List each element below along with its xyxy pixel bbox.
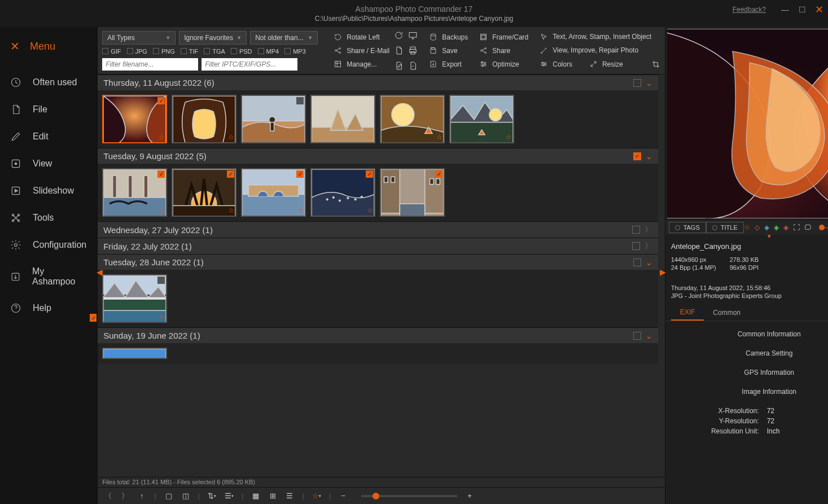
filter-mp4[interactable]: MP4 [258,48,279,55]
colors-button[interactable]: Colors [540,60,572,69]
thumb-check-icon[interactable]: ✓ [157,170,165,178]
group-checkbox[interactable] [632,242,640,250]
filter-tga[interactable]: TGA [204,48,225,55]
thumb-star-icon[interactable]: ☆ [159,207,165,214]
frame-card-button[interactable]: Frame/Card [479,33,528,41]
filter-mp3[interactable]: MP3 [284,48,306,55]
date-group-header[interactable]: Tuesday, 28 June 2022 (1)⌄ [98,254,658,270]
menu-item-my-ashampoo[interactable]: My Ashampoo [0,258,97,295]
group-checkbox[interactable] [633,332,641,340]
preview-shape3-icon[interactable]: ◈ [783,223,788,231]
menu-item-slideshow[interactable]: Slideshow [0,177,97,204]
preview-image[interactable] [667,29,828,218]
age-dropdown[interactable]: Not older than...▼ [250,31,318,45]
maximize-button[interactable]: ☐ [798,5,807,14]
new-doc-icon[interactable] [394,46,404,55]
thumb-star-icon[interactable]: ☆ [506,133,512,141]
filter-gif[interactable]: GIF [102,48,121,55]
menu-item-view[interactable]: View [0,150,97,177]
grid-small-icon[interactable]: ⊞ [268,492,277,501]
filter-tif[interactable]: TIF [181,48,199,55]
thumb-star-icon[interactable]: ☆ [297,207,304,214]
thumb-check-icon[interactable] [157,277,165,284]
monitor-icon[interactable] [408,30,418,40]
nav-next-icon[interactable]: 〉 [120,492,129,501]
group-chevron-icon[interactable]: ⌄ [646,78,652,87]
menu-item-help[interactable]: Help [0,295,97,322]
thumb-star-icon[interactable]: ☆ [367,207,373,214]
crop-icon[interactable] [651,60,660,69]
thumb-star-icon[interactable]: ☆ [228,133,234,141]
zoom-in-icon[interactable]: + [465,492,474,501]
thumbnail[interactable]: ✓☆ [172,168,236,217]
preview-zoom-slider[interactable] [819,227,828,229]
exif-tab[interactable]: EXIF [671,305,704,321]
thumb-star-icon[interactable]: ☆ [159,133,165,141]
menu-item-configuration[interactable]: Configuration [0,231,97,258]
thumbnail[interactable]: ✓☆ [380,168,445,217]
thumbnail[interactable]: ☆ [241,95,306,143]
filter-filename-input[interactable] [102,58,198,71]
export-button[interactable]: Export [429,60,468,68]
feedback-link[interactable]: Feedback? [733,6,766,14]
edit-doc-icon[interactable] [394,61,404,71]
filter-icon[interactable]: ☰▾ [225,492,234,501]
thumbnail[interactable]: ✓☆ [310,168,375,217]
thumbnail-gallery[interactable]: Thursday, 11 August 2022 (6)⌄✓☆☆☆☆☆☆Tues… [98,74,664,477]
thumb-check-icon[interactable]: ✓ [435,170,443,178]
preview-star-icon[interactable]: ☆ [744,223,750,231]
group-chevron-icon[interactable]: ⌄ [646,152,652,161]
resize-button[interactable]: Resize [589,60,623,69]
group-checkbox[interactable] [633,258,641,266]
preview-fullscreen-icon[interactable]: ⛶ [793,223,800,231]
refresh-icon[interactable] [394,30,404,40]
title-tab[interactable]: TITLE [706,222,744,233]
thumb-check-icon[interactable]: ✓ [366,170,373,178]
view-single-icon[interactable]: ▢ [164,492,173,501]
pdf-icon[interactable] [408,61,418,71]
group-chevron-icon[interactable]: 〈 [645,241,652,251]
menu-header[interactable]: ✕ Menu [0,27,97,69]
thumb-check-icon[interactable]: ✓ [296,170,304,178]
minimize-button[interactable]: — [781,5,790,14]
thumbnail[interactable]: ☆ [172,95,236,143]
date-group-header[interactable]: Wednesday, 27 July 2022 (1)〈 [98,221,658,238]
close-button[interactable]: ✕ [814,3,823,16]
thumbnail[interactable]: ☆ [102,274,167,323]
date-group-header[interactable]: Friday, 22 July 2022 (1)〈 [98,238,658,254]
panel-collapse-right[interactable]: ▶ [660,266,666,278]
thumbnail[interactable] [102,348,167,359]
group-checkbox[interactable] [632,226,640,234]
date-group-header[interactable]: Tuesday, 9 August 2022 (5)✓⌄ [98,148,658,164]
backups-button[interactable]: Backups [429,33,468,41]
date-group-header[interactable]: Thursday, 11 August 2022 (6)⌄ [98,74,658,90]
common-tab[interactable]: Common [704,305,750,320]
sort-icon[interactable]: ⇅▾ [208,492,217,501]
thumbnail[interactable]: ✓☆ [102,95,167,143]
menu-item-edit[interactable]: Edit [0,123,97,150]
thumb-star-icon[interactable]: ☆ [367,133,373,141]
menu-close-icon[interactable]: ✕ [10,40,20,53]
menu-item-file[interactable]: File [0,96,97,123]
zoom-slider[interactable] [361,495,457,497]
grid-large-icon[interactable]: ▦ [251,492,260,501]
zoom-out-icon[interactable]: − [339,492,348,501]
nav-up-icon[interactable]: ↑ [137,492,146,501]
list-icon[interactable]: ☰ [285,492,294,501]
share-button[interactable]: Share [479,46,528,55]
preview-shape1-icon[interactable]: ◈ [764,223,769,231]
preview-monitor-icon[interactable]: 🖵 [804,223,811,231]
print-icon[interactable] [408,46,418,55]
group-chevron-icon[interactable]: ⌄ [646,258,652,267]
thumbnail[interactable]: ✓☆ [102,168,167,217]
save-button[interactable]: Save [429,46,468,55]
group-checkbox[interactable] [633,79,641,87]
filter-png[interactable]: PNG [153,48,175,55]
preview-shape2-icon[interactable]: ◈ [774,223,779,231]
thumb-star-icon[interactable]: ☆ [436,133,443,141]
favorites-dropdown[interactable]: Ignore Favorites▼ [179,31,247,45]
group-checkbox[interactable]: ✓ [633,152,641,160]
share-email-button[interactable]: Share / E-Mail [334,46,389,55]
text-arrow-stamp-button[interactable]: Text, Arrow, Stamp, Insert Object [540,33,660,41]
manage-button[interactable]: Manage... [334,60,389,68]
